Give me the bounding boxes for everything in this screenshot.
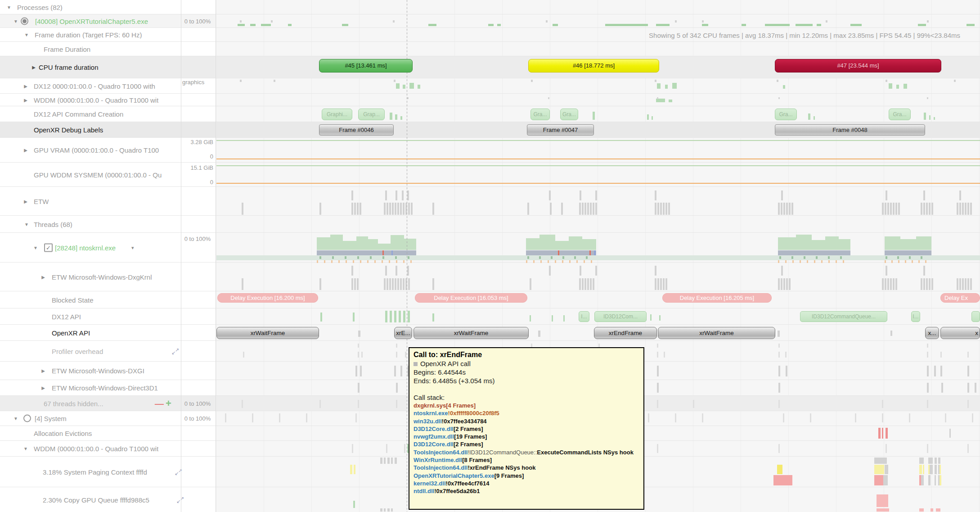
cmd-creation-span[interactable]: Grap... [358,109,385,120]
cmd-creation-span[interactable]: Gra... [889,109,911,120]
expand-icon[interactable]: ▶ [22,83,29,88]
row-label-frame-duration[interactable]: Frame Duration [44,45,90,53]
row-label-dx12-gpu[interactable]: DX12 0000:01:00.0 - Quadro T1000 with [34,82,155,90]
cmd-creation-span[interactable]: Gra... [530,109,550,120]
scale-divider[interactable] [216,0,216,512]
activity-mark [672,83,677,89]
dx12-api-call-span[interactable]: ID3D12Com... [594,311,647,322]
row-label-gpu-sysmem[interactable]: GPU WDDM SYSMEM (0000:01:00.0 - Qu [34,171,162,178]
row-label-processes[interactable]: Processes (82) [17,3,63,11]
row-label-dx12-api[interactable]: DX12 API [52,313,81,320]
collapse-icon[interactable]: ▼ [22,446,29,451]
activity-mark [657,352,658,358]
process-radio[interactable] [23,415,31,422]
expand-row-icon[interactable]: ↗↙ [176,496,184,503]
row-label-evictions[interactable]: Allocation Evictions [34,430,92,437]
activity-mark [936,508,940,512]
dx12-api-call-span[interactable] [971,311,980,322]
cmd-creation-span[interactable]: Gra... [775,109,797,120]
cmd-creation-span[interactable]: Gra... [560,109,578,120]
activity-mark [912,260,913,263]
activity-mark [927,383,929,393]
activity-mark [351,278,353,290]
expand-icon[interactable]: ▶ [22,97,29,102]
openxr-call-xrendframe[interactable]: xrEndFrame [594,327,657,339]
row-label-process[interactable]: [40008] OpenXRTutorialChapter5.exe [35,17,148,25]
row-label-blocked[interactable]: Blocked State [52,296,94,304]
thread-checkbox[interactable]: ✓ [44,243,53,252]
activity-mark [804,256,805,259]
delay-execution-span[interactable]: Delay Execution [16.200 ms] [217,293,318,303]
row-label-system[interactable]: [4] System [35,415,67,422]
debug-frame-span-0047[interactable]: Frame #0047 [527,124,594,136]
debug-frame-span-0046[interactable]: Frame #0046 [319,124,394,136]
delay-execution-span[interactable]: Delay Ex [940,293,980,303]
row-label-wddm2[interactable]: WDDM (0000:01:00.0 - Quadro T1000 wit [34,445,158,453]
collapse-icon[interactable]: ▼ [32,245,39,250]
row-label-frame-group[interactable]: Frame duration (Target FPS: 60 Hz) [35,31,142,39]
row-label-cpu-frame[interactable]: CPU frame duration [39,63,99,71]
openxr-call-xrendframe[interactable]: xrE... [394,327,412,339]
row-label-paging[interactable]: 3.18% System Paging Context ffffd [43,468,147,476]
expand-row-icon[interactable]: ↗↙ [171,347,179,355]
row-label-copyq[interactable]: 2.30% Copy GPU Queue ffffd988c5 [43,496,149,503]
row-label-gpu-vram[interactable]: GPU VRAM (0000:01:00.0 - Quadro T100 [34,146,159,154]
activity-mark [655,190,656,200]
cpu-frame-bar-45[interactable]: #45 [13.461 ms] [319,59,413,72]
activity-mark [394,366,396,376]
process-radio[interactable] [21,17,28,25]
collapse-icon[interactable]: ▼ [13,18,19,23]
openxr-call-span[interactable]: x [940,327,980,339]
expand-icon[interactable]: ▶ [22,148,29,153]
row-label-etw-d3d12[interactable]: ETW Microsoft-Windows-Direct3D1 [52,384,158,392]
cmd-creation-span[interactable]: Graphi... [322,109,352,120]
collapse-icon[interactable]: ▼ [23,222,30,227]
activity-mark [957,203,958,215]
row-label-openxr-api[interactable]: OpenXR API [52,329,90,336]
row-label-profiler[interactable]: Profiler overhead [52,347,103,355]
grow-button[interactable]: + [166,398,171,409]
expand-icon[interactable]: ▶ [40,368,46,373]
activity-mark [358,352,359,358]
activity-mark [935,465,937,474]
activity-mark [647,114,649,120]
activity-mark [778,366,780,376]
debug-frame-span-0048[interactable]: Frame #0048 [775,124,925,136]
expand-icon[interactable]: ▶ [31,65,37,70]
expand-icon[interactable]: ▶ [22,199,29,204]
delay-execution-span[interactable]: Delay Execution [16.205 ms] [662,293,772,303]
row-label-openxr-debug[interactable]: OpenXR Debug Labels [34,126,103,134]
dx12-api-call-span[interactable]: ID3D12CommandQueue... [800,311,887,322]
chevron-down-icon[interactable]: ▾ [131,245,134,250]
collapse-icon[interactable]: ▼ [6,5,12,9]
stack-frame: ToolsInjection64.dll!xrEndFrame NSys hoo… [414,464,639,471]
row-label-ntoskrnl[interactable]: [28248] ntoskrnl.exe [55,244,116,251]
openxr-call-xrwaitframe[interactable]: xrWaitFrame [414,327,529,339]
activity-mark [778,383,780,393]
activity-mark [358,344,359,348]
row-label-etw[interactable]: ETW [34,197,49,205]
cpu-frame-bar-46[interactable]: #46 [18.772 ms] [528,59,659,72]
expand-icon[interactable]: ▶ [40,274,46,279]
openxr-call-xrwaitframe[interactable]: xrWaitFrame [658,327,775,339]
row-label-threads[interactable]: Threads (68) [34,220,72,228]
row-label-dx12-cmd[interactable]: DX12 API Command Creation [34,110,123,118]
activity-mark [357,278,359,290]
row-label-etw-dxgkrnl[interactable]: ETW Microsoft-Windows-DxgKrnl [52,273,152,281]
row-label-wddm-gpu[interactable]: WDDM (0000:01:00.0 - Quadro T1000 wit [34,96,158,104]
row-label-etw-dxgi[interactable]: ETW Microsoft-Windows-DXGI [52,367,144,375]
openxr-call-span[interactable]: x... [925,327,939,339]
dx12-api-call-span[interactable]: I... [911,311,920,322]
activity-mark [664,352,665,358]
activity-mark [927,344,928,348]
sidebar-divider[interactable] [181,0,181,512]
cpu-frame-bar-47[interactable]: #47 [23.544 ms] [775,59,941,72]
dx12-api-call-span[interactable]: I... [579,311,589,322]
shrink-button[interactable]: — [155,398,164,408]
openxr-call-xrwaitframe[interactable]: xrWaitFrame [216,327,319,339]
delay-execution-span[interactable]: Delay Execution [16.053 ms] [415,293,527,303]
collapse-icon[interactable]: ▼ [23,32,30,37]
collapse-icon[interactable]: ▼ [13,416,19,421]
expand-icon[interactable]: ▶ [40,385,46,390]
activity-mark [550,203,552,215]
